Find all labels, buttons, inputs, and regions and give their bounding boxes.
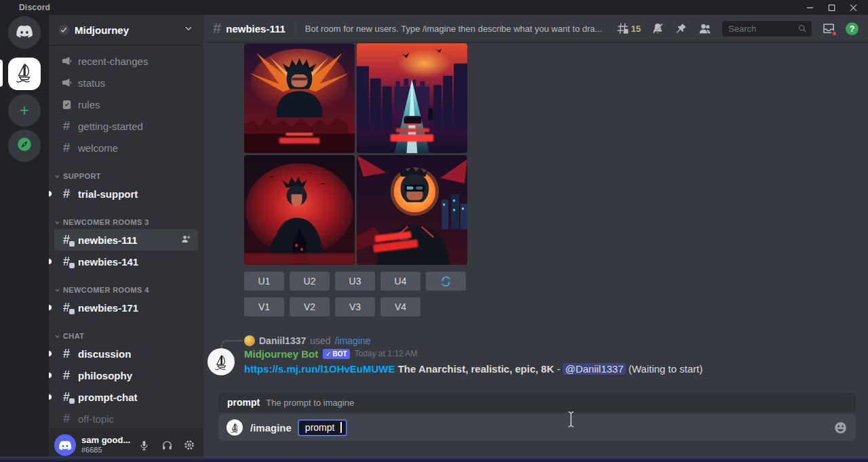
sidebar-item-discussion[interactable]: # discussion [54,343,198,364]
avatar[interactable] [208,348,235,375]
explore-servers-button[interactable] [8,129,41,162]
hash-chat-icon: # [60,234,73,246]
search-input[interactable] [727,23,797,35]
avatar[interactable] [54,434,76,456]
discord-home-button[interactable] [8,16,41,49]
v3-button[interactable]: V3 [335,297,375,316]
discord-logo-icon [16,25,33,41]
generated-image-quadrant-1[interactable] [244,43,355,153]
notification-dot [831,30,837,37]
sidebar-item-getting-started[interactable]: # getting-started [54,115,198,137]
unread-indicator [49,191,52,196]
sidebar-item-newbies-141[interactable]: # newbies-141 [54,251,198,272]
notification-mute-button[interactable] [651,22,665,35]
window-close-button[interactable] [845,1,861,14]
channel-name: newbies-111 [226,23,285,35]
category-chat[interactable]: CHAT [49,329,203,343]
channel-list: recent-changes status rules # getting-st… [49,45,203,428]
sidebar-item-recent-changes[interactable]: recent-changes [54,50,198,72]
taskbar-edge [0,457,868,462]
hash-icon: # [213,20,221,37]
headphones-icon [161,440,173,451]
reply-action-text: used [310,335,330,346]
prompt-option-field[interactable]: prompt [298,419,348,436]
bot-avatar [226,419,243,436]
mute-mic-button[interactable] [136,436,153,455]
sidebar-item-newbies-111[interactable]: # newbies-111 [54,229,198,251]
channel-label: newbies-141 [78,256,193,268]
sidebar-item-welcome[interactable]: # welcome [54,137,198,159]
sidebar-item-prompt-chat[interactable]: # prompt-chat [54,386,198,408]
message-link[interactable]: https://s.mj.run/l1OHvEuMUWE [244,363,395,375]
channel-topic[interactable]: Bot room for new users. Type /imagine th… [305,24,602,34]
prompt-text: The Anarchist, realistic, epic, 8K [398,363,554,375]
reply-context[interactable]: Daniil1337 used /imagine [244,335,371,346]
generated-image-quadrant-2[interactable] [357,43,467,153]
channel-label: status [78,77,193,89]
emoji-picker-button[interactable] [833,421,848,435]
create-invite-icon[interactable] [180,234,193,247]
server-name: Midjourney [75,24,183,36]
generated-image-quadrant-4[interactable] [357,155,467,265]
avatar[interactable] [244,335,255,346]
channel-label: welcome [78,142,193,154]
generated-image-grid[interactable] [244,43,467,265]
v2-button[interactable]: V2 [290,297,330,316]
sailboat-icon [13,61,36,87]
generated-image-quadrant-3[interactable] [244,155,355,265]
u3-button[interactable]: U3 [335,272,375,291]
inbox-button[interactable] [822,22,835,35]
option-name: prompt [227,397,260,408]
reply-username[interactable]: Daniil1337 [259,335,306,346]
pinned-messages-button[interactable] [675,22,688,35]
discord-logo-icon [58,440,72,450]
slash-command-link[interactable]: /imagine [335,335,371,346]
message-composer[interactable]: /imagine prompt [218,414,856,441]
chevron-down-icon [54,287,60,293]
search-bar[interactable] [722,21,812,37]
sidebar-item-rules[interactable]: rules [54,93,198,115]
sidebar-item-trial-support[interactable]: # trial-support [54,183,198,205]
megaphone-icon [60,77,73,89]
category-newcomer-rooms-4[interactable]: NEWCOMER ROOMS 4 [49,283,203,297]
user-settings-button[interactable] [181,436,198,455]
divider [295,22,296,35]
user-mention[interactable]: @Daniil1337 [563,363,625,375]
member-list-button[interactable] [698,22,712,36]
sidebar-item-philosophy[interactable]: # philosophy [54,364,198,386]
active-slash-command: /imagine [250,422,292,434]
user-info[interactable]: sam good... #6685 [81,436,130,455]
chevron-down-icon [183,23,194,37]
v1-button[interactable]: V1 [244,297,284,316]
help-button[interactable]: ? [846,22,859,35]
sailboat-icon [229,422,241,434]
plus-icon: + [20,101,29,120]
slash-option-popup: prompt The prompt to imagine [218,393,856,412]
channel-label: off-topic [78,413,193,425]
deafen-button[interactable] [158,436,175,455]
channel-label: newbies-171 [78,302,193,314]
u2-button[interactable]: U2 [290,272,330,291]
message-content: https://s.mj.run/l1OHvEuMUWE The Anarchi… [244,362,854,377]
v4-button[interactable]: V4 [380,297,420,316]
message-author[interactable]: Midjourney Bot [244,348,318,360]
reroll-button[interactable] [426,272,466,291]
add-server-button[interactable]: + [8,94,41,127]
sidebar-item-newbies-171[interactable]: # newbies-171 [54,297,198,318]
sidebar-item-status[interactable]: status [54,72,198,93]
server-icon-midjourney[interactable] [8,58,41,90]
gear-icon [183,439,195,451]
u1-button[interactable]: U1 [244,272,284,291]
server-header-dropdown[interactable]: Midjourney [49,15,203,45]
status-text: (Waiting to start) [629,363,703,375]
window-maximize-button[interactable] [823,1,840,14]
category-support[interactable]: SUPPORT [49,169,203,183]
hash-chat-icon: # [60,391,73,403]
message-timestamp: Today at 1:12 AM [355,349,418,358]
category-newcomer-rooms-3[interactable]: NEWCOMER ROOMS 3 [49,215,203,229]
chevron-down-icon [54,219,60,226]
window-minimize-button[interactable] [802,1,818,14]
u4-button[interactable]: U4 [380,272,420,291]
sidebar-item-off-topic[interactable]: # off-topic [54,408,198,428]
threads-button[interactable]: 15 [616,22,641,35]
